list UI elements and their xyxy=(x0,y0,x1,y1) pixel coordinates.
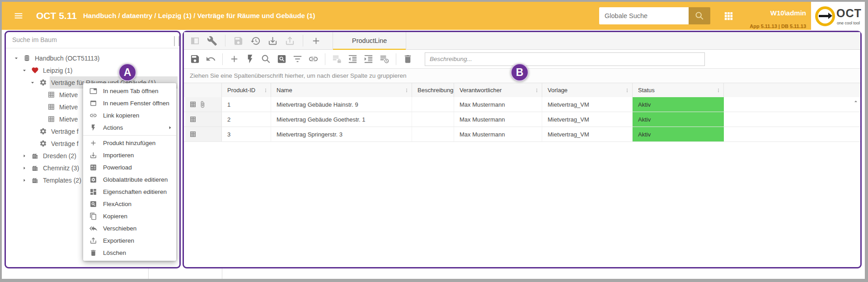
chevron-right-icon[interactable] xyxy=(22,153,27,159)
open-window-icon xyxy=(89,99,97,107)
top-bar: OCT 5.11 Handbuch / dataentry / Leipzig … xyxy=(2,2,811,30)
wrench-icon[interactable] xyxy=(207,36,217,46)
plus-icon[interactable] xyxy=(311,36,321,46)
window-border-right xyxy=(865,0,868,282)
menu-item-label: Actions xyxy=(103,124,162,131)
row-grid-icon[interactable] xyxy=(189,131,197,138)
global-search-button[interactable] xyxy=(689,7,710,24)
column-menu-kebab-icon[interactable] xyxy=(716,87,721,94)
submenu-arrow-icon xyxy=(168,125,173,130)
row-handle-cell[interactable] xyxy=(185,127,222,141)
powerload-icon xyxy=(89,164,97,171)
tree-search-input[interactable] xyxy=(7,33,167,47)
context-menu-item[interactable]: Eigenschaften editieren xyxy=(83,186,176,198)
context-menu-item[interactable]: Globalattribute editieren xyxy=(83,174,176,186)
hamburger-menu-icon[interactable] xyxy=(13,11,24,20)
table-icon xyxy=(47,103,55,111)
context-menu-item[interactable]: Actions xyxy=(83,122,176,134)
column-header-verantwortlicher[interactable]: Verantwortlicher xyxy=(454,83,542,97)
unindent-icon[interactable] xyxy=(347,54,358,64)
link-icon[interactable] xyxy=(308,54,319,64)
table-cell[interactable]: Max Mustermann xyxy=(454,112,542,127)
table-cell[interactable]: Max Mustermann xyxy=(454,127,542,141)
tree-item[interactable]: Handbuch (OCT51113) xyxy=(6,52,178,64)
scrollbar-up-icon[interactable] xyxy=(853,99,859,104)
filter-icon[interactable] xyxy=(292,54,303,64)
table-cell[interactable] xyxy=(412,97,454,112)
context-menu-item[interactable]: Produkt hinzufügen xyxy=(83,137,176,149)
tab-productline[interactable]: ProductLine xyxy=(333,32,406,50)
save-icon[interactable] xyxy=(190,54,200,64)
status-cell[interactable]: Aktiv xyxy=(633,112,724,127)
search-icon[interactable] xyxy=(261,54,271,64)
context-menu-item[interactable]: In neuem Fenster öffnen xyxy=(83,97,176,109)
status-cell[interactable]: Aktiv xyxy=(633,127,724,141)
trash-icon[interactable] xyxy=(403,54,413,64)
description-filter-input[interactable] xyxy=(425,52,705,66)
table-cell[interactable]: 1 xyxy=(222,97,271,112)
row-grid-icon[interactable] xyxy=(189,101,197,108)
column-header-vorlage[interactable]: Vorlage xyxy=(542,83,633,97)
table-cell[interactable]: 3 xyxy=(222,127,271,141)
row-handle-cell[interactable] xyxy=(185,112,222,127)
plus-icon xyxy=(89,139,97,147)
row-grid-icon[interactable] xyxy=(189,116,197,123)
context-menu-item[interactable]: Löschen xyxy=(83,247,176,259)
undo-icon[interactable] xyxy=(206,54,216,64)
table-cell[interactable]: Mietvertrag Gebäude Goethestr. 1 xyxy=(271,112,412,127)
menu-item-label: Kopieren xyxy=(103,213,173,220)
form-view-icon xyxy=(190,36,200,46)
table-cell[interactable] xyxy=(412,127,454,141)
column-menu-kebab-icon[interactable] xyxy=(404,87,409,94)
table-row[interactable]: 3Mietvertrag Springerstr. 3Max Musterman… xyxy=(184,127,860,142)
tree-item-label: Handbuch (OCT51113) xyxy=(35,55,99,62)
table-cell[interactable] xyxy=(412,112,454,127)
row-handle-cell[interactable] xyxy=(185,97,222,112)
panel-splitter-grip[interactable] xyxy=(174,36,179,46)
context-menu-item[interactable]: In neuem Tab öffnen xyxy=(83,85,176,97)
context-menu-item[interactable]: Kopieren xyxy=(83,210,176,222)
table-cell[interactable]: Mietvertrag Springerstr. 3 xyxy=(271,127,412,141)
chevron-right-icon[interactable] xyxy=(22,165,27,171)
attachment-icon[interactable] xyxy=(199,101,206,108)
apps-grid-icon[interactable] xyxy=(723,11,734,21)
table-cell[interactable]: 2 xyxy=(222,112,271,127)
chevron-right-icon[interactable] xyxy=(22,178,27,183)
table-cell[interactable]: Mietvertrag_VM xyxy=(542,97,633,112)
logo-arrow-icon xyxy=(819,15,829,17)
column-menu-kebab-icon[interactable] xyxy=(263,87,268,94)
import-icon[interactable] xyxy=(267,36,278,46)
context-menu-item[interactable]: Exportieren xyxy=(83,235,176,247)
context-menu-item[interactable]: Verschieben xyxy=(83,222,176,235)
table-cell[interactable]: Mietvertrag_VM xyxy=(542,112,633,127)
global-search-input[interactable] xyxy=(599,7,689,24)
chevron-down-icon[interactable] xyxy=(30,80,35,85)
table-row[interactable]: 1Mietvertrag Gebäude Hainstr. 9Max Muste… xyxy=(184,97,860,112)
context-menu-item[interactable]: FlexAction xyxy=(83,198,176,210)
user-name[interactable]: W10\admin xyxy=(738,6,806,20)
column-menu-kebab-icon[interactable] xyxy=(535,87,539,94)
plus-icon[interactable] xyxy=(229,54,239,64)
chevron-down-icon[interactable] xyxy=(14,56,19,61)
indent-icon[interactable] xyxy=(363,54,374,64)
lightning-icon[interactable] xyxy=(245,54,255,64)
column-header-status[interactable]: Status xyxy=(633,83,724,97)
history-icon[interactable] xyxy=(250,36,261,46)
table-cell[interactable]: Mietvertrag Gebäude Hainstr. 9 xyxy=(271,97,412,112)
status-cell[interactable]: Aktiv xyxy=(633,97,724,112)
chevron-down-icon[interactable] xyxy=(22,68,27,73)
table-cell[interactable]: Mietvertrag_VM xyxy=(542,127,633,141)
table-cell[interactable]: Max Mustermann xyxy=(454,97,542,112)
menu-item-label: Produkt hinzufügen xyxy=(103,140,173,146)
column-header-beschreibung[interactable]: Beschreibung xyxy=(412,83,454,97)
rows-clock-icon[interactable] xyxy=(379,54,389,64)
context-menu-item[interactable]: Link kopieren xyxy=(83,109,176,122)
column-header-name[interactable]: Name xyxy=(271,83,412,97)
context-menu-item[interactable]: Importieren xyxy=(83,149,176,161)
flex-action-icon[interactable] xyxy=(277,54,287,64)
tree-item[interactable]: Leipzig (1) xyxy=(6,64,178,76)
column-menu-kebab-icon[interactable] xyxy=(625,87,629,94)
table-row[interactable]: 2Mietvertrag Gebäude Goethestr. 1Max Mus… xyxy=(184,112,860,127)
column-header-produkt-id[interactable]: Produkt-ID xyxy=(222,83,271,97)
context-menu-item[interactable]: Powerload xyxy=(83,161,176,174)
